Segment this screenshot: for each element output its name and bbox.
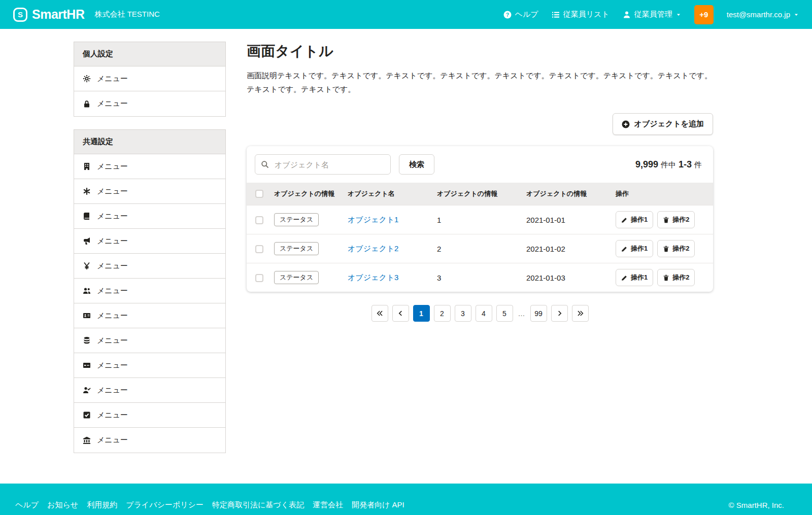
delete-button[interactable]: 操作2 bbox=[657, 240, 695, 257]
object-link[interactable]: オブジェクト3 bbox=[348, 273, 398, 282]
select-all-checkbox[interactable] bbox=[255, 190, 263, 198]
search-input[interactable] bbox=[255, 154, 391, 175]
list-icon bbox=[552, 11, 560, 19]
employee-management-menu[interactable]: 従業員管理 bbox=[623, 10, 681, 19]
pagination: 1 2 3 4 5 … 99 bbox=[247, 305, 713, 322]
footer-link-news[interactable]: お知らせ bbox=[47, 500, 78, 510]
sidebar-item[interactable]: メニュー bbox=[74, 353, 225, 378]
page-button-4[interactable]: 4 bbox=[476, 305, 492, 322]
bank-icon bbox=[83, 436, 91, 444]
sidebar-item[interactable]: メニュー bbox=[74, 303, 225, 328]
sidebar-section-common: 共通設定 メニュー メニュー メニュー メニュー bbox=[74, 129, 226, 453]
trash-icon bbox=[663, 217, 669, 223]
notification-badge[interactable]: +9 bbox=[694, 5, 714, 24]
pagination-ellipsis: … bbox=[517, 310, 526, 318]
smarthr-logo[interactable]: S SmartHR bbox=[13, 7, 84, 22]
row-checkbox[interactable] bbox=[255, 245, 263, 253]
edit-button[interactable]: 操作1 bbox=[616, 240, 653, 257]
sidebar-item-label: メニュー bbox=[97, 336, 128, 346]
sidebar-item[interactable]: メニュー bbox=[74, 229, 225, 254]
footer-link-company[interactable]: 運営会社 bbox=[313, 500, 343, 510]
sidebar-item-label: メニュー bbox=[97, 286, 128, 296]
footer-link-help[interactable]: ヘルプ bbox=[15, 500, 39, 510]
company-name: 株式会社 TESTINC bbox=[94, 10, 159, 19]
footer-link-terms[interactable]: 利用規約 bbox=[87, 500, 117, 510]
employee-list-link[interactable]: 従業員リスト bbox=[552, 10, 610, 19]
megaphone-icon bbox=[83, 237, 91, 245]
result-range: 1-3 bbox=[679, 159, 692, 170]
sidebar-item[interactable]: メニュー bbox=[74, 403, 225, 428]
double-chevron-right-icon bbox=[577, 310, 584, 317]
edit-button[interactable]: 操作1 bbox=[616, 269, 653, 286]
sidebar-item[interactable]: メニュー bbox=[74, 328, 225, 353]
result-total: 9,999 bbox=[635, 159, 658, 170]
sidebar-item[interactable]: メニュー bbox=[74, 279, 225, 303]
result-count: 9,999 件中 1-3 件 bbox=[635, 159, 705, 170]
employee-list-label: 従業員リスト bbox=[563, 10, 610, 19]
page-button-99[interactable]: 99 bbox=[530, 305, 547, 322]
book-icon bbox=[83, 212, 91, 220]
page-button-1[interactable]: 1 bbox=[413, 305, 430, 322]
content-area: 個人設定 メニュー メニュー 共通設定 メニュー メニュー bbox=[0, 29, 812, 484]
employee-management-label: 従業員管理 bbox=[634, 10, 672, 19]
object-link[interactable]: オブジェクト1 bbox=[348, 215, 398, 224]
check-square-icon bbox=[83, 411, 91, 419]
column-header: オブジェクトの情報 bbox=[270, 183, 344, 205]
page-title: 画面タイトル bbox=[247, 42, 713, 61]
prev-page-button[interactable] bbox=[392, 305, 409, 322]
sidebar-item[interactable]: メニュー bbox=[74, 254, 225, 279]
sidebar-item-label: メニュー bbox=[97, 386, 128, 395]
last-page-button[interactable] bbox=[572, 305, 589, 322]
sidebar-item-label: メニュー bbox=[97, 236, 128, 246]
delete-button-label: 操作2 bbox=[672, 244, 689, 253]
sidebar-item[interactable]: メニュー bbox=[74, 378, 225, 403]
row-actions: 操作1 操作2 bbox=[616, 211, 709, 228]
help-link[interactable]: ヘルプ bbox=[503, 10, 538, 19]
app-root: S SmartHR 株式会社 TESTINC ヘルプ 従業員リスト 従業員管理 … bbox=[0, 0, 812, 515]
help-icon bbox=[503, 11, 512, 19]
next-page-button[interactable] bbox=[551, 305, 568, 322]
sidebar-item[interactable]: メニュー bbox=[74, 179, 225, 204]
delete-button[interactable]: 操作2 bbox=[657, 211, 695, 228]
status-badge: ステータス bbox=[274, 242, 319, 255]
chevron-down-icon bbox=[676, 12, 681, 17]
table-row: ステータス オブジェクト3 3 2021-01-03 操作1 bbox=[247, 263, 713, 292]
brand-name: SmartHR bbox=[32, 7, 84, 22]
row-checkbox[interactable] bbox=[255, 274, 263, 282]
plus-circle-icon bbox=[622, 120, 630, 128]
footer-link-privacy[interactable]: プライバシーポリシー bbox=[126, 500, 204, 510]
gear-icon bbox=[83, 75, 91, 83]
page-button-5[interactable]: 5 bbox=[496, 305, 513, 322]
footer-link-developer-api[interactable]: 開発者向け API bbox=[352, 500, 404, 510]
chevron-down-icon bbox=[794, 12, 799, 17]
object-link[interactable]: オブジェクト2 bbox=[348, 244, 398, 253]
account-menu[interactable]: test@smarthr.co.jp bbox=[727, 10, 799, 19]
users-icon bbox=[83, 287, 91, 295]
sidebar-item-label: メニュー bbox=[97, 261, 128, 271]
sidebar-item[interactable]: メニュー bbox=[74, 428, 225, 453]
row-actions: 操作1 操作2 bbox=[616, 269, 709, 286]
chevron-right-icon bbox=[556, 310, 563, 317]
yen-icon bbox=[83, 262, 91, 270]
add-object-button[interactable]: オブジェクトを追加 bbox=[613, 113, 713, 135]
column-header: オブジェクトの情報 bbox=[433, 183, 522, 205]
footer-link-commerce-law[interactable]: 特定商取引法に基づく表記 bbox=[212, 500, 304, 510]
app-footer: ヘルプ お知らせ 利用規約 プライバシーポリシー 特定商取引法に基づく表記 運営… bbox=[0, 484, 812, 515]
pencil-icon bbox=[621, 217, 628, 223]
row-checkbox[interactable] bbox=[255, 216, 263, 224]
page-button-2[interactable]: 2 bbox=[434, 305, 451, 322]
search-button[interactable]: 検索 bbox=[399, 154, 434, 175]
user-check-icon bbox=[83, 386, 91, 394]
delete-button[interactable]: 操作2 bbox=[657, 269, 695, 286]
sidebar-item[interactable]: メニュー bbox=[74, 91, 225, 116]
sidebar-item-label: メニュー bbox=[97, 74, 128, 84]
sidebar-item[interactable]: メニュー bbox=[74, 66, 225, 91]
sidebar-item[interactable]: メニュー bbox=[74, 154, 225, 179]
main-content: 画面タイトル 画面説明テキストです。テキストです。テキストです。テキストです。テ… bbox=[247, 42, 713, 322]
sidebar-item[interactable]: メニュー bbox=[74, 204, 225, 229]
edit-button[interactable]: 操作1 bbox=[616, 211, 653, 228]
page-button-3[interactable]: 3 bbox=[455, 305, 471, 322]
status-badge: ステータス bbox=[274, 271, 319, 284]
edit-button-label: 操作1 bbox=[631, 215, 648, 224]
first-page-button[interactable] bbox=[371, 305, 388, 322]
